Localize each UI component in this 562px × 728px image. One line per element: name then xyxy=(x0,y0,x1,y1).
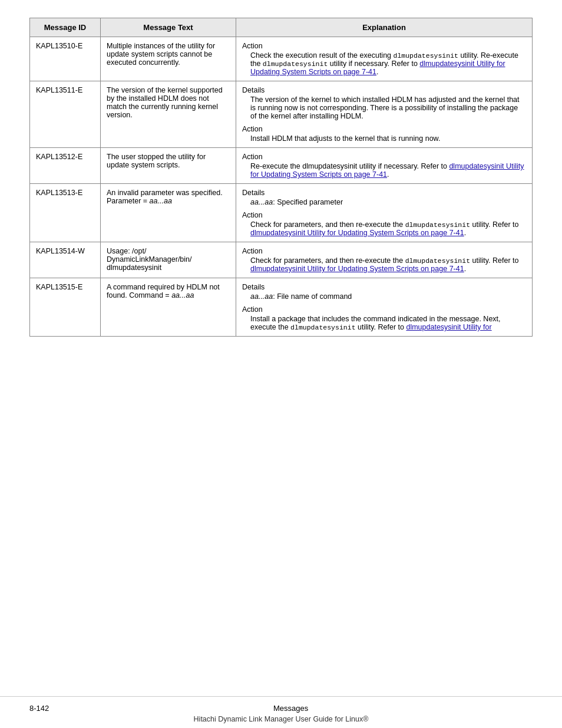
page-content: Message ID Message Text Explanation KAPL… xyxy=(0,0,562,696)
message-id: KAPL13512-E xyxy=(30,148,101,184)
message-text: An invalid parameter was specified. Para… xyxy=(101,184,236,242)
message-id: KAPL13510-E xyxy=(30,37,101,81)
message-text: Usage: /opt/DynamicLinkManager/bin/dlmup… xyxy=(101,242,236,278)
code-span: dlmupdatesysinit xyxy=(394,52,458,60)
section-content: Check for parameters, and then re-execut… xyxy=(250,256,526,273)
message-id: KAPL13515-E xyxy=(30,278,101,337)
explanation-cell: Action Re-execute the dlmupdatesysinit u… xyxy=(236,148,533,184)
col-header-id: Message ID xyxy=(30,18,101,37)
section-label: Action xyxy=(242,125,526,133)
message-text: The user stopped the utility for update … xyxy=(101,148,236,184)
section-content: Check the execution result of the execut… xyxy=(250,51,526,76)
message-text: The version of the kernel supported by t… xyxy=(101,81,236,148)
code-span: dlmupdatesysinit xyxy=(405,257,470,265)
table-row: KAPL13513-E An invalid parameter was spe… xyxy=(30,184,533,242)
section-label: Action xyxy=(242,42,526,50)
footer-center: Messages xyxy=(273,704,308,713)
section-label: Action xyxy=(242,247,526,255)
table-row: KAPL13512-E The user stopped the utility… xyxy=(30,148,533,184)
section-content: aa...aa: Specified parameter xyxy=(250,198,526,206)
page-number: 8-142 xyxy=(29,704,49,713)
col-header-explanation: Explanation xyxy=(236,18,533,37)
message-id: KAPL13513-E xyxy=(30,184,101,242)
message-text: A command required by HDLM not found. Co… xyxy=(101,278,236,337)
section-label: Details xyxy=(242,86,526,94)
section-content: Re-execute the dlmupdatesysinit utility … xyxy=(250,162,526,179)
explanation-cell: Details The version of the kernel to whi… xyxy=(236,81,533,148)
table-row: KAPL13510-E Multiple instances of the ut… xyxy=(30,37,533,81)
reference-link[interactable]: dlmupdatesysinit Utility for Updating Sy… xyxy=(250,229,464,237)
explanation-cell: Action Check the execution result of the… xyxy=(236,37,533,81)
explanation-cell: Details aa...aa: File name of command Ac… xyxy=(236,278,533,337)
page-footer: 8-142 Messages Hitachi Dynamic Link Mana… xyxy=(0,696,562,728)
col-header-text: Message Text xyxy=(101,18,236,37)
italic-param: aa...aa xyxy=(250,198,273,206)
section-content: aa...aa: File name of command xyxy=(250,292,526,301)
explanation-cell: Action Check for parameters, and then re… xyxy=(236,242,533,278)
footer-bottom: Hitachi Dynamic Link Manager User Guide … xyxy=(194,715,369,723)
section-content: Check for parameters, and then re-execut… xyxy=(250,220,526,237)
section-label: Details xyxy=(242,283,526,291)
section-label: Action xyxy=(242,305,526,314)
explanation-cell: Details aa...aa: Specified parameter Act… xyxy=(236,184,533,242)
section-label: Action xyxy=(242,211,526,219)
message-id: KAPL13514-W xyxy=(30,242,101,278)
table-row: KAPL13511-E The version of the kernel su… xyxy=(30,81,533,148)
code-span: dlmupdatesysinit xyxy=(290,324,355,331)
section-content: Install a package that includes the comm… xyxy=(250,315,526,331)
section-label: Details xyxy=(242,189,526,197)
section-content: Install HDLM that adjusts to the kernel … xyxy=(250,134,526,143)
reference-link[interactable]: dlmupdatesysinit Utility for xyxy=(406,323,491,331)
table-row: KAPL13514-W Usage: /opt/DynamicLinkManag… xyxy=(30,242,533,278)
reference-link[interactable]: dlmupdatesysinit Utility for Updating Sy… xyxy=(250,162,524,179)
section-content: The version of the kernel to which insta… xyxy=(250,95,526,120)
section-label: Action xyxy=(242,153,526,161)
message-text: Multiple instances of the utility for up… xyxy=(101,37,236,81)
italic-param: aa...aa xyxy=(150,197,172,205)
code-span: dlmupdatesysinit xyxy=(405,221,470,229)
footer-line1: 8-142 Messages xyxy=(29,704,533,713)
message-id: KAPL13511-E xyxy=(30,81,101,148)
code-span: dlmupdatesysinit xyxy=(263,60,328,68)
table-row: KAPL13515-E A command required by HDLM n… xyxy=(30,278,533,337)
italic-param: aa...aa xyxy=(250,292,273,301)
reference-link[interactable]: dlmupdatesysinit Utility for Updating Sy… xyxy=(250,265,464,273)
italic-param: aa...aa xyxy=(171,291,194,299)
messages-table: Message ID Message Text Explanation KAPL… xyxy=(29,18,533,337)
